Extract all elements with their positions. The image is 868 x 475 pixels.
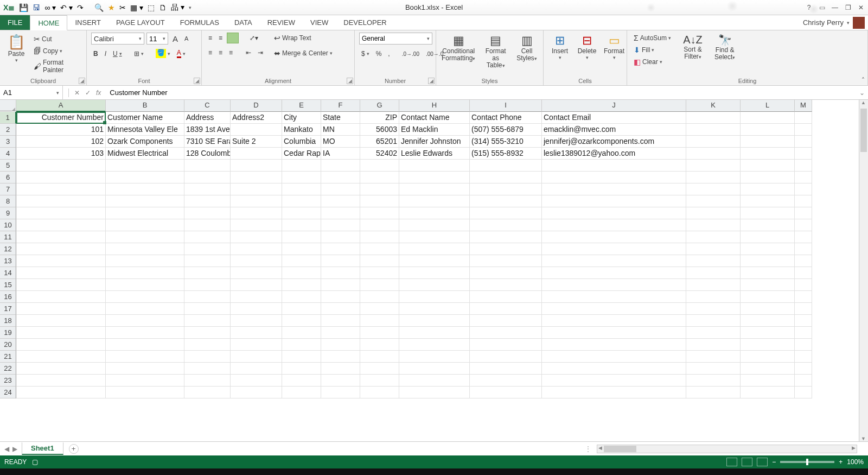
zoom-slider[interactable]	[780, 461, 834, 463]
font-size-box[interactable]: 11▾	[146, 33, 168, 45]
cell[interactable]	[106, 351, 184, 363]
cell[interactable]	[282, 231, 321, 243]
cell[interactable]	[231, 387, 282, 398]
row-header[interactable]: 22	[0, 363, 16, 375]
cell[interactable]	[106, 303, 184, 315]
cell[interactable]	[741, 195, 795, 207]
cell[interactable]	[741, 124, 795, 136]
cell[interactable]	[184, 183, 231, 195]
cell[interactable]	[686, 148, 741, 160]
macro-record-icon[interactable]: ▢	[32, 458, 38, 466]
cell[interactable]	[795, 195, 812, 207]
cell[interactable]	[360, 363, 399, 375]
cell[interactable]	[399, 375, 470, 387]
column-header[interactable]: C	[184, 100, 231, 112]
cell[interactable]	[282, 267, 321, 279]
align-top-icon[interactable]: ≡	[206, 33, 214, 43]
align-right-icon[interactable]: ≡	[227, 48, 235, 58]
cell[interactable]	[231, 160, 282, 172]
crop-icon[interactable]: ✂	[119, 3, 126, 12]
cell[interactable]	[470, 303, 542, 315]
horizontal-scrollbar[interactable]: ◀ ▶	[597, 445, 857, 453]
cell[interactable]	[686, 375, 741, 387]
cell[interactable]	[106, 231, 184, 243]
cell[interactable]	[542, 291, 686, 303]
cell[interactable]	[106, 243, 184, 255]
cell[interactable]	[282, 183, 321, 195]
cell[interactable]	[470, 351, 542, 363]
format-painter-button[interactable]: 🖌Format Painter	[31, 58, 82, 75]
cell[interactable]	[542, 339, 686, 351]
cell[interactable]	[686, 243, 741, 255]
cell[interactable]: jenniferj@ozarkcomponents.com	[542, 136, 686, 148]
cell[interactable]	[231, 231, 282, 243]
cell[interactable]	[741, 219, 795, 231]
cut-button[interactable]: ✂Cut	[31, 34, 82, 45]
cell[interactable]	[399, 207, 470, 219]
number-format-box[interactable]: General▾	[359, 33, 432, 45]
cell[interactable]	[321, 195, 360, 207]
cell[interactable]: Minnesota Valley Ele	[106, 124, 184, 136]
cell[interactable]	[741, 291, 795, 303]
cell[interactable]	[470, 279, 542, 291]
cell[interactable]	[282, 315, 321, 327]
cell[interactable]	[360, 172, 399, 183]
cell[interactable]	[542, 279, 686, 291]
save-icon[interactable]: 💾	[19, 3, 28, 12]
cell[interactable]	[686, 279, 741, 291]
restore-icon[interactable]: ❐	[843, 3, 853, 12]
cell[interactable]	[795, 112, 812, 124]
cell[interactable]	[741, 279, 795, 291]
cell[interactable]	[686, 195, 741, 207]
cell[interactable]	[686, 219, 741, 231]
row-header[interactable]: 15	[0, 279, 16, 291]
cell[interactable]	[399, 195, 470, 207]
row-header[interactable]: 17	[0, 303, 16, 315]
cell[interactable]	[795, 183, 812, 195]
cell[interactable]	[542, 351, 686, 363]
cell[interactable]	[106, 255, 184, 267]
cell[interactable]	[231, 363, 282, 375]
row-header[interactable]: 13	[0, 255, 16, 267]
cell[interactable]	[16, 160, 106, 172]
page-break-view-icon[interactable]	[757, 458, 768, 466]
cell[interactable]	[399, 243, 470, 255]
page-layout-view-icon[interactable]	[742, 458, 752, 466]
cell[interactable]	[282, 303, 321, 315]
tab-home[interactable]: HOME	[30, 15, 67, 30]
zoom-out-icon[interactable]: −	[772, 458, 776, 466]
print-preview-icon[interactable]: 🔍	[94, 3, 104, 12]
cell[interactable]: 103	[16, 148, 106, 160]
autosum-button[interactable]: ΣAutoSum ▾	[631, 33, 673, 43]
cell[interactable]	[686, 363, 741, 375]
cell[interactable]	[795, 136, 812, 148]
cell[interactable]	[16, 315, 106, 327]
format-as-table-button[interactable]: ▤ Format asTable▾	[480, 33, 512, 71]
cell[interactable]	[470, 291, 542, 303]
cell[interactable]	[741, 315, 795, 327]
cell[interactable]	[106, 291, 184, 303]
cell[interactable]	[470, 363, 542, 375]
borders-button[interactable]: ⊞ ▾	[132, 49, 146, 59]
cell[interactable]: ZIP	[360, 112, 399, 124]
cell[interactable]	[184, 231, 231, 243]
cell[interactable]	[231, 243, 282, 255]
cell[interactable]	[282, 339, 321, 351]
tab-formulas[interactable]: FORMULAS	[173, 15, 227, 30]
vertical-scrollbar[interactable]: ▲ ▼	[859, 100, 868, 441]
cell[interactable]: 128 Coulomb Blvd.	[184, 148, 231, 160]
font-color-button[interactable]: A▾	[175, 48, 188, 59]
cell[interactable]	[184, 327, 231, 339]
cell[interactable]	[184, 279, 231, 291]
cell[interactable]	[542, 303, 686, 315]
cell[interactable]	[470, 231, 542, 243]
new-icon[interactable]: 🗋	[159, 3, 167, 12]
cell[interactable]: (314) 555-3210	[470, 136, 542, 148]
row-header[interactable]: 9	[0, 207, 16, 219]
cell[interactable]	[542, 387, 686, 398]
tab-file[interactable]: FILE	[0, 15, 30, 30]
number-dialog-launcher[interactable]: ◢	[428, 78, 435, 84]
cell[interactable]: leslie1389012@yahoo.com	[542, 148, 686, 160]
cell[interactable]: Suite 2	[231, 136, 282, 148]
cell[interactable]	[795, 291, 812, 303]
